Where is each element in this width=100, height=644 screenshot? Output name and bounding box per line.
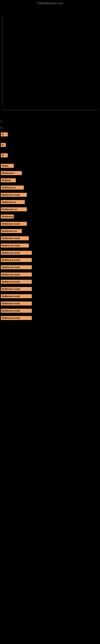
bottleneck-item-6: Bottlene [0,178,100,182]
bottleneck-bar-7: Bottleneck re [1,186,24,190]
bottleneck-item-16: Bottleneck result [0,251,100,255]
bottleneck-bar-11: Bottleneck [1,214,14,218]
gap-6 [0,183,100,186]
bottleneck-bar-2: E [1,143,6,147]
gap-1 [0,137,100,143]
indicator-label-1: | [1,120,1,123]
gap-13 [0,234,100,236]
bottleneck-bar-6: Bottlene [1,178,16,182]
bottleneck-bar-13: Bottleneck res [1,229,22,233]
gap-4 [0,168,100,171]
site-title: TheBottlenecker.com [0,0,100,6]
bottleneck-item-7: Bottleneck re [0,186,100,190]
gap-16 [0,255,100,258]
bottleneck-bar-5: Bottleneck r [1,171,22,175]
bottleneck-bar-25: Bottleneck result [1,316,32,320]
bottleneck-bar-20: Bottleneck result [1,280,32,284]
bottleneck-bar-1: B [1,132,8,136]
bottleneck-item-9: Bottleneck ra [0,200,100,204]
bottleneck-item-11: Bottleneck [0,214,100,218]
gap-10 [0,212,100,214]
gap-8 [0,197,100,200]
chart-area [0,6,100,118]
gap-18 [0,270,100,272]
bottleneck-bar-12: Bottleneck result [1,222,27,226]
gap-15 [0,248,100,251]
indicator-section-2: | [0,124,100,130]
bottleneck-bar-17: Bottleneck result [1,258,32,262]
chart-y-axis [2,16,2,106]
gap-5 [0,176,100,178]
gap-2 [0,147,100,153]
bottleneck-item-3: B [0,153,100,158]
bottleneck-item-19: Bottleneck result [0,272,100,276]
bottleneck-item-4: Bottle [0,164,100,168]
bottleneck-item-1: B [0,132,100,136]
bottleneck-item-21: Bottleneck result [0,287,100,291]
gap-14 [0,241,100,244]
bottleneck-bar-19: Bottleneck result [1,272,32,276]
bottleneck-item-22: Bottleneck result [0,294,100,298]
gap-19 [0,277,100,280]
gap-25 [0,320,100,323]
bottleneck-item-2: E [0,143,100,147]
bottleneck-item-24: Bottleneck result [0,309,100,313]
bottleneck-bar-10: Bottleneck res [1,207,27,211]
bottleneck-bar-16: Bottleneck result [1,251,32,255]
gap-7 [0,190,100,193]
bottleneck-item-17: Bottleneck result [0,258,100,262]
gap-22 [0,299,100,302]
bottleneck-bar-4: Bottle [1,164,14,168]
bottleneck-item-20: Bottleneck result [0,280,100,284]
indicator-label-2: | [1,126,1,129]
gap-11 [0,219,100,222]
bottleneck-bar-9: Bottleneck ra [1,200,25,204]
bottleneck-item-15: Bottleneck result [0,244,100,248]
gap-21 [0,292,100,294]
gap-17 [0,262,100,265]
bottleneck-bar-21: Bottleneck result [1,287,32,291]
gap-9 [0,204,100,207]
bottleneck-item-8: Bottleneck result [0,193,100,197]
bottleneck-bar-23: Bottleneck result [1,302,32,306]
bottleneck-item-14: Bottleneck result [0,236,100,240]
bottleneck-item-12: Bottleneck result [0,222,100,226]
gap-3 [0,158,100,164]
bottleneck-item-23: Bottleneck result [0,302,100,306]
bottleneck-bar-15: Bottleneck result [1,244,29,248]
chart-x-axis [2,110,98,110]
bottleneck-item-25: Bottleneck result [0,316,100,320]
gap-12 [0,226,100,229]
indicator-section-1: | [0,118,100,124]
bottleneck-item-10: Bottleneck res [0,207,100,211]
bottleneck-section: BEBBottleBottleneck rBottleneBottleneck … [0,132,100,323]
bottleneck-bar-14: Bottleneck result [1,236,29,240]
gap-20 [0,284,100,287]
bottleneck-bar-8: Bottleneck result [1,193,27,197]
bottleneck-bar-24: Bottleneck result [1,309,32,313]
bottleneck-bar-3: B [1,153,8,158]
bottleneck-bar-18: Bottleneck result [1,265,32,269]
gap-24 [0,313,100,316]
bottleneck-item-5: Bottleneck r [0,171,100,175]
gap-23 [0,306,100,309]
bottleneck-bar-22: Bottleneck result [1,294,32,298]
bottleneck-item-18: Bottleneck result [0,265,100,269]
bottleneck-item-13: Bottleneck res [0,229,100,233]
